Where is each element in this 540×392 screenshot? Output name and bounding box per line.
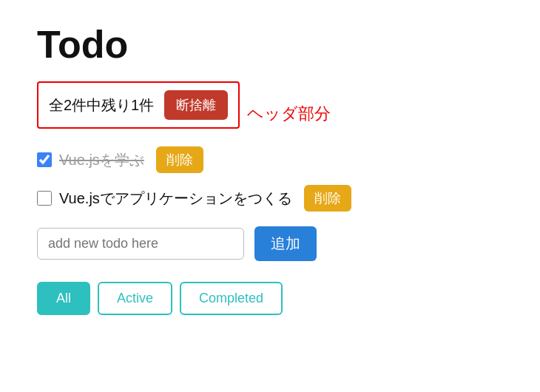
filter-active-button[interactable]: Active <box>98 282 172 315</box>
header-count: 全2件中残り1件 <box>49 95 154 115</box>
todo-text-2: Vue.jsでアプリケーションをつくる <box>59 189 292 209</box>
filter-section: All Active Completed <box>37 282 503 315</box>
todo-checkbox-1[interactable] <box>37 152 52 167</box>
todo-item: Vue.jsを学ぶ 削除 <box>37 146 503 173</box>
todo-item: Vue.jsでアプリケーションをつくる 削除 <box>37 185 503 212</box>
filter-all-button[interactable]: All <box>37 282 90 315</box>
page-title: Todo <box>37 22 503 67</box>
header-label: ヘッダ部分 <box>247 103 331 125</box>
add-todo-input[interactable] <box>37 228 244 260</box>
delete-button-1[interactable]: 削除 <box>156 146 203 173</box>
declutter-button[interactable]: 断捨離 <box>164 90 228 120</box>
todo-list: Vue.jsを学ぶ 削除 Vue.jsでアプリケーションをつくる 削除 <box>37 146 503 212</box>
todo-text-1: Vue.jsを学ぶ <box>59 150 144 170</box>
filter-completed-button[interactable]: Completed <box>180 282 283 315</box>
add-button[interactable]: 追加 <box>254 226 317 261</box>
todo-checkbox-2[interactable] <box>37 191 52 206</box>
delete-button-2[interactable]: 削除 <box>304 185 351 212</box>
header-section: 全2件中残り1件 断捨離 <box>37 81 240 129</box>
add-section: 追加 <box>37 226 503 261</box>
